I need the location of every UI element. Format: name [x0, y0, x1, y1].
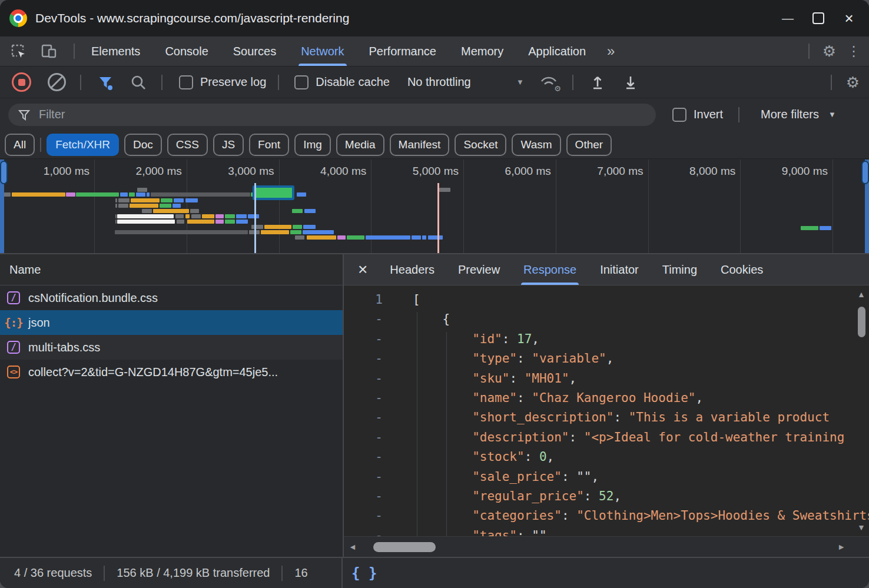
chip-other[interactable]: Other	[566, 134, 612, 156]
kebab-menu-icon[interactable]: ⋮	[847, 44, 861, 58]
scroll-up-icon[interactable]: ▲	[857, 290, 865, 298]
tick-label: 1,000 ms	[1, 165, 89, 178]
scroll-down-icon[interactable]: ▼	[857, 523, 865, 531]
close-detail-icon[interactable]: ×	[358, 261, 367, 278]
code-text: "tags": ""	[413, 526, 547, 536]
detail-tab-cookies[interactable]: Cookies	[721, 254, 763, 285]
tab-memory[interactable]: Memory	[461, 36, 503, 66]
filter-input-container	[8, 104, 656, 126]
detail-tab-bar: × HeadersPreviewResponseInitiatorTimingC…	[344, 254, 869, 285]
devtools-window: DevTools - www.scrapingcourse.com/javasc…	[0, 0, 869, 588]
tab-console[interactable]: Console	[165, 36, 208, 66]
waterfall-bar	[190, 209, 199, 213]
tab-elements[interactable]: Elements	[91, 36, 140, 66]
requests-count: 4 / 36 requests	[14, 566, 92, 580]
chip-font[interactable]: Font	[249, 134, 289, 156]
settings-gear-icon[interactable]: ⚙	[822, 44, 836, 59]
code-text: "categories": "Clothing>Men>Tops>Hoodies…	[413, 506, 869, 526]
throttling-select[interactable]: No throttling ▼	[407, 75, 524, 89]
ping-file-icon: <>	[7, 366, 20, 378]
filter-funnel-icon[interactable]	[97, 74, 114, 91]
disable-cache-checkbox[interactable]	[294, 75, 309, 89]
waterfall-bar	[337, 235, 346, 240]
detail-tab-timing[interactable]: Timing	[662, 254, 697, 285]
detail-pane: × HeadersPreviewResponseInitiatorTimingC…	[344, 254, 869, 557]
line-number: -	[344, 388, 383, 408]
request-row-multi-tabs-css[interactable]: /multi-tabs.css	[0, 335, 343, 360]
inspect-element-icon[interactable]	[11, 44, 26, 59]
network-conditions-icon[interactable]: ⚙	[539, 75, 558, 90]
minimize-button[interactable]: —	[772, 0, 803, 36]
divider	[40, 138, 41, 152]
code-line: - "sale_price": "",	[344, 467, 869, 487]
invert-checkbox[interactable]	[672, 108, 686, 122]
chip-manifest[interactable]: Manifest	[390, 134, 450, 156]
network-settings-gear-icon[interactable]: ⚙	[846, 75, 860, 90]
maximize-button[interactable]	[803, 0, 834, 36]
detail-tab-initiator[interactable]: Initiator	[600, 254, 639, 285]
tab-application[interactable]: Application	[528, 36, 586, 66]
overview-left-grip[interactable]	[0, 161, 8, 184]
tab-sources[interactable]: Sources	[233, 36, 276, 66]
waterfall-bar	[136, 192, 145, 197]
network-overview: 1,000 ms2,000 ms3,000 ms4,000 ms5,000 ms…	[0, 160, 869, 254]
preserve-log-checkbox[interactable]	[179, 75, 193, 89]
waterfall-bar	[147, 192, 150, 197]
network-toolbar: Preserve log Disable cache No throttling…	[0, 67, 869, 98]
load-line	[437, 183, 439, 253]
chip-js[interactable]: JS	[213, 134, 244, 156]
request-row-json[interactable]: {:}json	[0, 310, 343, 335]
waterfall-bar	[177, 220, 184, 224]
name-column-header[interactable]: Name	[0, 254, 343, 285]
divider	[80, 75, 81, 90]
request-row-collect-v-2-tid-g-nzgd14[interactable]: <>collect?v=2&tid=G-NZGD14H87G&gtm=45je5…	[0, 360, 343, 384]
detail-tab-preview[interactable]: Preview	[458, 254, 500, 285]
waterfall-bar	[131, 198, 160, 202]
format-pretty-print-icon[interactable]: { }	[351, 565, 377, 582]
chip-all[interactable]: All	[5, 134, 35, 156]
line-number: -	[344, 408, 383, 427]
vertical-scroll-thumb[interactable]	[858, 307, 865, 337]
overview-right-grip[interactable]	[861, 161, 869, 184]
chip-socket[interactable]: Socket	[455, 134, 506, 156]
waterfall-bar	[422, 235, 426, 240]
waterfall-bar	[137, 188, 147, 192]
horizontal-scrollbar[interactable]: ◄ ►	[344, 536, 869, 557]
chip-doc[interactable]: Doc	[124, 134, 162, 156]
waterfall-bar	[173, 204, 181, 208]
close-button[interactable]: ×	[834, 0, 864, 36]
chip-media[interactable]: Media	[336, 134, 384, 156]
chip-fetch-xhr[interactable]: Fetch/XHR	[47, 134, 119, 156]
tab-network[interactable]: Network	[301, 36, 344, 66]
more-filters-button[interactable]: More filters ▼	[761, 108, 836, 121]
chip-wasm[interactable]: Wasm	[512, 134, 560, 156]
import-har-icon[interactable]	[589, 74, 606, 91]
device-toolbar-icon[interactable]	[41, 44, 57, 59]
tab-performance[interactable]: Performance	[369, 36, 437, 66]
search-icon[interactable]	[130, 74, 147, 91]
json-file-icon: {:}	[7, 316, 20, 329]
divider	[281, 566, 283, 581]
more-tabs-button[interactable]: »	[607, 43, 613, 59]
request-name: multi-tabs.css	[28, 341, 100, 354]
waterfall-bar	[191, 214, 201, 218]
code-line: - "categories": "Clothing>Men>Tops>Hoodi…	[344, 506, 869, 526]
detail-tab-response[interactable]: Response	[523, 254, 576, 285]
waterfall-bar	[820, 226, 831, 230]
export-har-icon[interactable]	[622, 74, 639, 91]
vertical-scrollbar[interactable]: ▲ ▼	[856, 290, 867, 531]
clear-button[interactable]	[48, 73, 66, 91]
chip-css[interactable]: CSS	[167, 134, 208, 156]
waterfall-bar	[290, 230, 301, 234]
filter-input[interactable]	[38, 107, 646, 122]
record-button[interactable]	[12, 72, 31, 92]
request-name: json	[28, 316, 50, 330]
scroll-right-icon[interactable]: ►	[837, 543, 845, 551]
chip-img[interactable]: Img	[294, 134, 331, 156]
devtools-tab-bar: ElementsConsoleSourcesNetworkPerformance…	[0, 36, 869, 67]
request-row-csnotification-bundle-cs[interactable]: /csNotification.bundle.css	[0, 285, 343, 310]
indent-guide	[446, 332, 447, 536]
detail-tab-headers[interactable]: Headers	[390, 254, 434, 285]
scroll-left-icon[interactable]: ◄	[349, 543, 357, 551]
horizontal-scroll-thumb[interactable]	[373, 542, 436, 552]
